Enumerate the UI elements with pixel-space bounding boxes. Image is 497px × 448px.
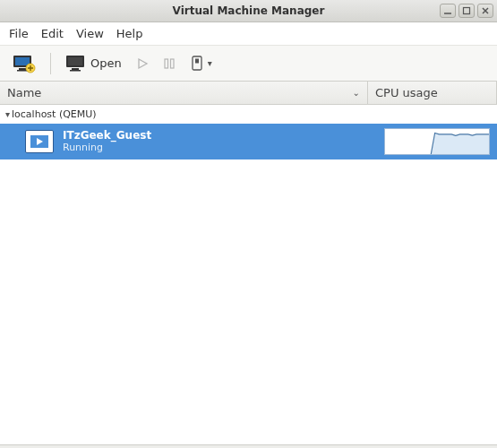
host-label: localhost (QEMU) <box>12 108 97 120</box>
vm-state: Running <box>63 142 375 154</box>
minimize-button[interactable] <box>440 4 456 18</box>
toolbar: Open ▾ <box>0 46 497 82</box>
svg-rect-1 <box>464 8 470 14</box>
chevron-down-icon: ▾ <box>208 58 212 68</box>
play-icon <box>136 57 149 70</box>
column-name-label: Name <box>7 86 41 99</box>
shutdown-button[interactable]: ▾ <box>186 53 216 74</box>
expand-chevron-icon: ▾ <box>5 109 10 119</box>
column-cpu-label: CPU usage <box>375 86 438 99</box>
vm-list: ▾ localhost (QEMU) ITzGeek_Guest Running <box>0 105 497 444</box>
svg-rect-14 <box>165 59 168 68</box>
window-controls <box>440 4 497 18</box>
svg-marker-13 <box>139 59 147 68</box>
close-button[interactable] <box>477 4 493 18</box>
new-vm-button[interactable] <box>9 51 39 76</box>
host-row[interactable]: ▾ localhost (QEMU) <box>0 105 497 124</box>
pause-icon <box>163 57 176 70</box>
menu-edit[interactable]: Edit <box>41 27 64 40</box>
status-strip <box>0 444 497 448</box>
vm-name: ITzGeek_Guest <box>63 130 375 142</box>
menu-file[interactable]: File <box>9 27 29 40</box>
column-name[interactable]: Name ⌄ <box>0 82 368 104</box>
window-title: Virtual Machine Manager <box>0 4 497 17</box>
svg-rect-11 <box>72 68 79 70</box>
monitor-icon <box>65 55 87 73</box>
vm-text: ITzGeek_Guest Running <box>63 130 375 153</box>
open-button[interactable]: Open <box>62 52 125 75</box>
svg-rect-15 <box>170 59 174 68</box>
titlebar: Virtual Machine Manager <box>0 0 497 22</box>
svg-rect-5 <box>15 57 30 65</box>
svg-rect-6 <box>19 68 26 70</box>
shutdown-icon <box>190 56 204 72</box>
open-label: Open <box>90 56 122 70</box>
sort-chevron-icon: ⌄ <box>353 88 360 98</box>
toolbar-separator <box>50 53 51 74</box>
svg-rect-17 <box>195 58 199 63</box>
cpu-graph <box>384 128 490 155</box>
maximize-button[interactable] <box>458 4 475 18</box>
play-icon <box>35 137 44 146</box>
vm-row[interactable]: ITzGeek_Guest Running <box>0 124 497 159</box>
vm-monitor-icon <box>25 130 54 153</box>
monitor-new-icon <box>13 54 36 73</box>
svg-rect-10 <box>68 57 82 65</box>
svg-marker-18 <box>37 138 43 145</box>
run-button[interactable] <box>133 55 152 73</box>
column-cpu[interactable]: CPU usage <box>368 82 497 104</box>
menu-help[interactable]: Help <box>116 27 143 40</box>
menu-view[interactable]: View <box>76 27 104 40</box>
column-headers: Name ⌄ CPU usage <box>0 82 497 105</box>
svg-rect-12 <box>70 70 81 72</box>
pause-button[interactable] <box>159 55 179 73</box>
menubar: File Edit View Help <box>0 22 497 46</box>
